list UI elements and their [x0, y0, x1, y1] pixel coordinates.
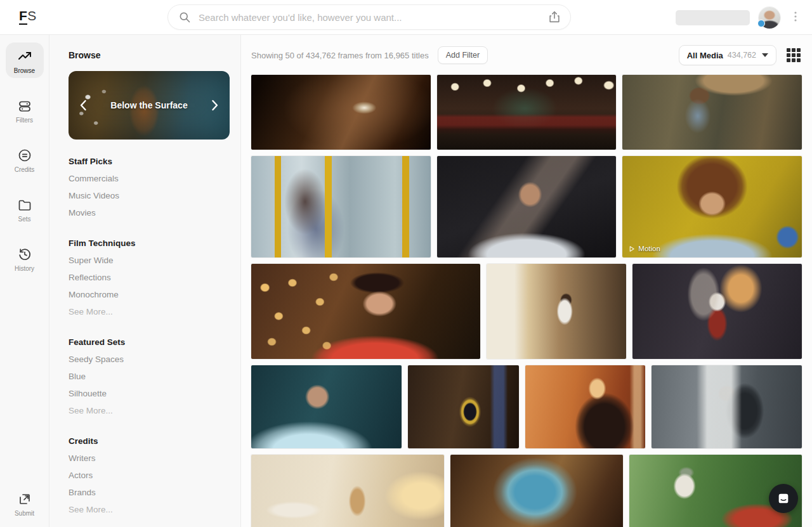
rail-item-history[interactable]: History — [6, 240, 44, 276]
rail-item-filters[interactable]: Filters — [6, 92, 44, 127]
search-input[interactable] — [199, 12, 547, 23]
rail-item-label: Submit — [6, 510, 44, 517]
frame-thumbnail[interactable] — [437, 75, 617, 150]
app-logo-letter-f: F — [19, 8, 27, 25]
sidebar-item-actors[interactable]: Actors — [69, 467, 229, 484]
frame-thumbnail[interactable] — [525, 365, 645, 448]
add-filter-button[interactable]: Add Filter — [438, 46, 488, 64]
section-heading: Staff Picks — [69, 157, 229, 166]
rail-item-label: Credits — [6, 166, 44, 173]
frame-thumbnail[interactable] — [487, 264, 626, 359]
sidebar-item-commercials[interactable]: Commercials — [69, 170, 229, 187]
sidebar-item-writers[interactable]: Writers — [69, 450, 229, 467]
user-avatar[interactable] — [759, 7, 780, 29]
carousel-next-icon[interactable] — [207, 98, 222, 113]
grid-view-icon[interactable] — [785, 47, 802, 63]
sidebar-item-blue[interactable]: Blue — [69, 368, 229, 385]
rail-item-browse[interactable]: Browse — [6, 42, 44, 78]
rail-item-label: Browse — [6, 67, 44, 74]
frame-grid-row — [251, 455, 802, 527]
chat-launcher-button[interactable] — [769, 484, 798, 513]
results-header: Showing 50 of 434,762 frames from 16,965… — [251, 46, 802, 65]
media-filter-dropdown[interactable]: All Media 434,762 — [679, 45, 776, 65]
carousel-title: Below the Surface — [69, 100, 230, 110]
frame-grid-row — [251, 264, 802, 359]
app-body: Browse Filters Credits Sets History Subm… — [0, 35, 812, 527]
sidebar-item-super-wide[interactable]: Super Wide — [69, 252, 229, 269]
sidebar-section-featured-sets: Featured Sets Seedy Spaces Blue Silhouet… — [69, 337, 229, 419]
see-more-link[interactable]: See More... — [69, 303, 229, 320]
avatar-status-badge — [757, 20, 765, 27]
frame-thumbnail[interactable] — [251, 365, 402, 448]
frame-grid-row — [251, 75, 802, 150]
top-right-cluster — [676, 0, 802, 35]
app-logo[interactable]: FS — [19, 8, 37, 23]
frame-thumbnail[interactable] — [450, 455, 623, 527]
sidebar-title: Browse — [69, 50, 229, 60]
frame-thumbnail[interactable] — [622, 75, 802, 150]
motion-badge: Motion — [628, 245, 660, 252]
motion-badge-label: Motion — [638, 245, 660, 252]
share-icon[interactable] — [547, 10, 561, 24]
overflow-menu-icon[interactable] — [789, 10, 802, 25]
sidebar-item-reflections[interactable]: Reflections — [69, 269, 229, 286]
rail-item-sets[interactable]: Sets — [6, 191, 44, 226]
folder-icon — [17, 197, 32, 212]
chevron-down-icon — [762, 53, 768, 57]
frame-thumbnail[interactable] — [251, 455, 444, 527]
frame-thumbnail[interactable] — [652, 365, 802, 448]
sidebar-item-monochrome[interactable]: Monochrome — [69, 286, 229, 303]
credits-icon — [17, 148, 32, 163]
frame-thumbnail[interactable] — [251, 75, 431, 150]
top-bar: FS — [0, 0, 812, 35]
sidebar-section-film-techniques: Film Techniques Super Wide Reflections M… — [69, 238, 229, 320]
icon-rail: Browse Filters Credits Sets History Subm… — [0, 35, 49, 527]
chat-bubble-icon — [776, 491, 790, 505]
see-more-link[interactable]: See More... — [69, 501, 229, 518]
frame-grid-row — [251, 365, 802, 448]
section-heading: Credits — [69, 436, 229, 446]
rail-item-submit[interactable]: Submit — [6, 485, 44, 521]
search-icon — [178, 11, 191, 23]
rail-item-label: Filters — [6, 117, 44, 124]
frame-thumbnail[interactable]: Motion — [622, 156, 802, 257]
featured-carousel-card[interactable]: Below the Surface — [69, 71, 230, 140]
media-filter-label: All Media — [687, 51, 723, 60]
rail-item-credits[interactable]: Credits — [6, 141, 44, 177]
browse-sidebar: Browse Below the Surface Staff Picks Com… — [49, 35, 241, 527]
loading-placeholder — [676, 10, 750, 25]
sidebar-item-seedy-spaces[interactable]: Seedy Spaces — [69, 351, 229, 368]
section-heading: Featured Sets — [69, 337, 229, 347]
rail-item-label: History — [6, 265, 44, 272]
frame-thumbnail[interactable] — [251, 264, 480, 359]
sidebar-item-movies[interactable]: Movies — [69, 204, 229, 221]
media-filter-count: 434,762 — [728, 51, 756, 60]
toggles-icon — [17, 98, 32, 114]
search-bar[interactable] — [167, 4, 571, 30]
frame-thumbnail[interactable] — [251, 156, 431, 257]
sidebar-item-brands[interactable]: Brands — [69, 484, 229, 501]
frame-thumbnail[interactable] — [632, 264, 802, 359]
section-heading: Film Techniques — [69, 238, 229, 248]
frame-thumbnail[interactable] — [437, 156, 617, 257]
sidebar-item-music-videos[interactable]: Music Videos — [69, 187, 229, 204]
sidebar-section-staff-picks: Staff Picks Commercials Music Videos Mov… — [69, 157, 229, 221]
results-main: Showing 50 of 434,762 frames from 16,965… — [241, 35, 812, 527]
trending-up-icon — [17, 49, 32, 64]
results-summary: Showing 50 of 434,762 frames from 16,965… — [251, 51, 429, 60]
submit-external-icon — [17, 491, 32, 507]
rail-item-label: Sets — [6, 216, 44, 223]
sidebar-item-silhouette[interactable]: Silhouette — [69, 385, 229, 402]
frame-grid-row: Motion — [251, 156, 802, 257]
see-more-link[interactable]: See More... — [69, 402, 229, 419]
app-logo-letter-s: S — [27, 8, 37, 23]
sidebar-section-credits: Credits Writers Actors Brands See More..… — [69, 436, 229, 518]
history-clock-icon — [17, 247, 32, 262]
frame-thumbnail[interactable] — [408, 365, 519, 448]
motion-icon — [628, 245, 635, 252]
